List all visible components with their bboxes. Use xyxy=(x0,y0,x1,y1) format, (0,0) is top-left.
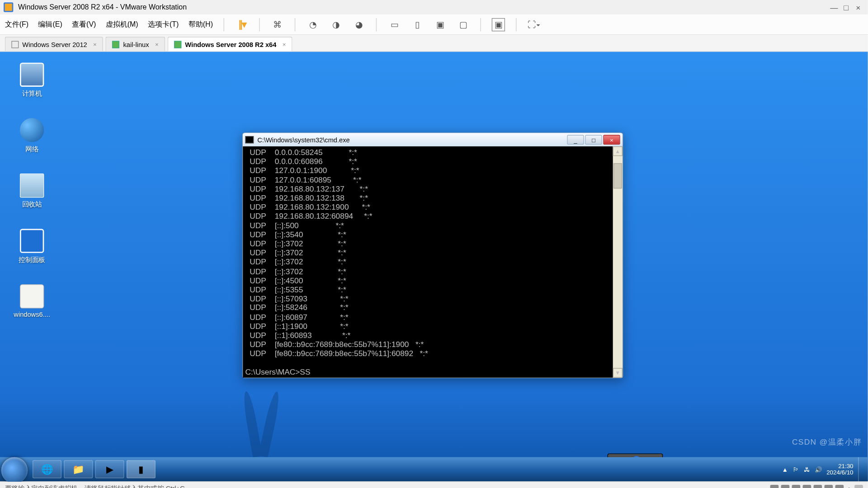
menu-edit[interactable]: 编辑(E) xyxy=(38,19,62,30)
vm-pause-button[interactable]: ∥▾ xyxy=(235,18,248,31)
status-hint-text: 要将输入定向到该虚拟机，请将鼠标指针移入其中或按 Ctrl+G。 xyxy=(5,484,192,488)
scroll-thumb[interactable] xyxy=(613,163,622,188)
computer-icon xyxy=(20,63,44,87)
menu-view[interactable]: 查看(V) xyxy=(72,19,96,30)
close-icon[interactable]: × xyxy=(283,41,286,48)
view-console-button[interactable]: ▢ xyxy=(457,18,470,31)
cmd-minimize-button[interactable]: _ xyxy=(567,135,584,145)
taskbar-clock[interactable]: 21:30 2024/6/10 xyxy=(826,463,853,476)
monitor-icon xyxy=(113,41,120,48)
vm-tab-label: Windows Server 2012 xyxy=(22,41,87,48)
desktop-icon-recycle[interactable]: 回收站 xyxy=(9,174,54,209)
monitor-icon xyxy=(11,41,19,48)
device-display-icon[interactable] xyxy=(835,484,844,488)
host-menubar: 文件(F) 编辑(E) 查看(V) 虚拟机(M) 选项卡(T) 帮助(H) ∥▾… xyxy=(0,14,868,35)
view-unity-button[interactable]: ▣ xyxy=(434,18,447,31)
tray-flag-icon[interactable]: 🏳 xyxy=(793,466,799,473)
device-cd-icon[interactable] xyxy=(781,484,790,488)
close-icon[interactable]: × xyxy=(155,41,159,48)
vmware-icon xyxy=(4,2,13,12)
stretch-guest-button[interactable]: ⛶▾ xyxy=(528,18,541,31)
device-sound-icon[interactable] xyxy=(814,484,822,488)
desktop-icon-label: 控制面板 xyxy=(9,255,54,264)
desktop-icon-label: 回收站 xyxy=(9,200,54,209)
wallpaper-plant xyxy=(223,385,344,457)
close-icon[interactable]: × xyxy=(93,41,97,48)
send-ctrl-alt-del-button[interactable]: ⌘ xyxy=(271,18,284,31)
start-button[interactable] xyxy=(1,457,28,481)
tray-volume-icon[interactable]: 🔊 xyxy=(815,466,822,473)
desktop-icon-label: 计算机 xyxy=(9,89,54,98)
host-minimize-button[interactable]: — xyxy=(828,3,840,12)
cmd-titlebar[interactable]: C:\Windows\system32\cmd.exe _ □ × xyxy=(243,133,623,146)
host-window-title: Windows Server 2008 R2 x64 - VMware Work… xyxy=(18,3,187,12)
vm-tab-0[interactable]: Windows Server 2012 × xyxy=(5,37,104,51)
host-statusbar: 要将输入定向到该虚拟机，请将鼠标指针移入其中或按 Ctrl+G。 ▸ xyxy=(0,481,868,488)
menu-help[interactable]: 帮助(H) xyxy=(189,19,213,30)
vm-tab-1[interactable]: kail-linux × xyxy=(106,37,165,51)
cpl-icon xyxy=(20,229,44,253)
recycle-icon xyxy=(20,174,44,197)
vm-tab-strip: Windows Server 2012 × kail-linux × Windo… xyxy=(0,35,868,52)
device-printer-icon[interactable] xyxy=(825,484,833,488)
cmd-text: UDP 0.0.0.0:58245 *:* UDP 0.0.0.0:60896 … xyxy=(245,148,620,377)
vm-tab-label: kail-linux xyxy=(123,41,149,48)
device-net-icon[interactable] xyxy=(792,484,801,488)
snapshot-manager-button[interactable]: ◕ xyxy=(352,18,365,31)
view-single-button[interactable]: ▭ xyxy=(388,18,401,31)
menu-tabs[interactable]: 选项卡(T) xyxy=(148,19,179,30)
cmd-window[interactable]: C:\Windows\system32\cmd.exe _ □ × UDP 0.… xyxy=(242,132,623,378)
desktop-icon-computer[interactable]: 计算机 xyxy=(9,63,54,99)
taskbar-cmd-button[interactable]: ▮ xyxy=(127,460,156,478)
device-more-icon[interactable] xyxy=(854,484,863,488)
guest-viewport[interactable]: 计算机网络回收站控制面板windows6.... C:\Windows\syst… xyxy=(0,52,868,481)
vm-tab-2[interactable]: Windows Server 2008 R2 x64 × xyxy=(168,37,292,51)
desktop-icon-network[interactable]: 网络 xyxy=(9,118,54,154)
desktop-icon-label: windows6.... xyxy=(9,311,54,318)
host-close-button[interactable]: × xyxy=(852,3,864,12)
device-hdd-icon[interactable] xyxy=(770,484,779,488)
scroll-down-button[interactable]: ▼ xyxy=(613,368,623,377)
clock-time: 21:30 xyxy=(826,463,853,469)
cmd-output[interactable]: UDP 0.0.0.0:58245 *:* UDP 0.0.0.0:60896 … xyxy=(243,146,623,378)
taskbar-explorer-button[interactable]: 📁 xyxy=(64,460,93,478)
host-titlebar: Windows Server 2008 R2 x64 - VMware Work… xyxy=(0,0,868,14)
tray-overflow-icon[interactable]: ▲ xyxy=(782,466,788,473)
menu-vm[interactable]: 虚拟机(M) xyxy=(106,19,138,30)
cmd-close-button[interactable]: × xyxy=(603,135,620,145)
cmd-maximize-button[interactable]: □ xyxy=(585,135,602,145)
desktop-icon-label: 网络 xyxy=(9,145,54,154)
show-desktop-button[interactable] xyxy=(858,457,864,481)
cmd-scrollbar[interactable]: ▲ ▼ xyxy=(613,146,623,378)
snapshot-revert-button[interactable]: ◑ xyxy=(329,18,342,31)
watermark-text: CSDN @温柔小胖 xyxy=(792,436,862,447)
chevron-right-icon[interactable]: ▸ xyxy=(849,485,852,488)
taskbar-internet-explorer-button[interactable]: 🌐 xyxy=(33,460,61,478)
snapshot-take-button[interactable]: ◔ xyxy=(307,18,320,31)
cmd-icon xyxy=(245,136,254,143)
view-multi-button[interactable]: ▯ xyxy=(410,18,424,31)
taskbar-media-player-button[interactable]: ▶ xyxy=(95,460,124,478)
desktop-icon-cpl[interactable]: 控制面板 xyxy=(9,229,54,265)
network-icon xyxy=(20,118,44,142)
clock-date: 2024/6/10 xyxy=(826,469,853,476)
fullscreen-button[interactable]: ▣ xyxy=(492,18,505,31)
menu-file[interactable]: 文件(F) xyxy=(5,19,28,30)
scroll-up-button[interactable]: ▲ xyxy=(613,146,623,156)
vm-tab-label: Windows Server 2008 R2 x64 xyxy=(185,41,276,48)
monitor-icon xyxy=(174,41,181,48)
device-usb-icon[interactable] xyxy=(803,484,811,488)
cmd-title-text: C:\Windows\system32\cmd.exe xyxy=(257,136,350,143)
tray-network-icon[interactable]: 🖧 xyxy=(804,466,810,473)
host-maximize-button[interactable]: □ xyxy=(840,3,852,12)
system-tray: ▲ 🏳 🖧 🔊 21:30 2024/6/10 xyxy=(782,457,868,481)
desktop-icon-file[interactable]: windows6.... xyxy=(9,284,54,318)
guest-taskbar: 🌐📁▶▮ ▲ 🏳 🖧 🔊 21:30 2024/6/10 xyxy=(0,457,868,481)
file-icon xyxy=(20,284,44,308)
